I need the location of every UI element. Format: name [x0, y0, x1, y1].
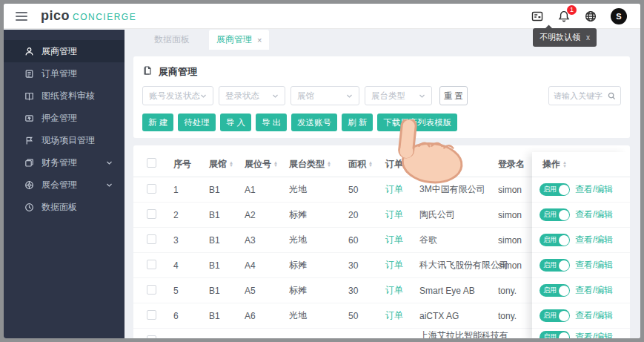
tab-data-dashboard[interactable]: 数据面板 [151, 30, 193, 50]
cell-hall: B1 [209, 235, 245, 246]
sidebar-item-order-mgmt[interactable]: 订单管理 [4, 62, 125, 85]
view-edit-link[interactable]: 查看/编辑 [575, 259, 613, 272]
export-button[interactable]: 导 出 [256, 114, 287, 131]
sidebar-item-data-dashboard[interactable]: 数据面板 [4, 196, 125, 218]
select-placeholder: 展馆 [297, 91, 314, 102]
page-title: 展商管理 [159, 65, 197, 79]
col-header-actions[interactable]: 操作▲▼ [532, 152, 628, 177]
sidebar-item-onsite-project-mgmt[interactable]: 现场项目管理 [4, 129, 125, 151]
row-checkbox[interactable] [147, 234, 156, 244]
sidebar-item-label: 图纸资料审核 [42, 90, 95, 102]
enable-toggle[interactable]: 启用 [540, 284, 570, 297]
pending-button[interactable]: 待处理 [178, 114, 216, 131]
tab-exhibitor-mgmt[interactable]: 展商管理 × [209, 30, 269, 50]
main-area: 数据面板 展商管理 × 展商管理 账号发送状态 [125, 30, 640, 338]
sort-icon[interactable]: ▲▼ [229, 161, 233, 168]
view-edit-link[interactable]: 查看/编辑 [575, 183, 613, 196]
cell-booth: A5 [245, 286, 289, 296]
enable-toggle[interactable]: 启用 [540, 183, 570, 196]
filter-booth-type-select[interactable]: 展台类型 [365, 86, 432, 105]
filter-login-status-select[interactable]: 登录状态 [219, 86, 285, 105]
language-globe-icon[interactable] [584, 10, 597, 23]
filter-hall-select[interactable]: 展馆 [291, 86, 359, 105]
col-header-exhibitor-name[interactable]: 展商名▲▼ [419, 158, 498, 171]
enable-toggle[interactable]: 启用 [540, 309, 570, 322]
view-edit-link[interactable]: 查看/编辑 [575, 309, 613, 322]
enable-toggle[interactable]: 启用 [540, 234, 570, 246]
row-checkbox[interactable] [147, 260, 156, 269]
cell-booth: A1 [245, 185, 289, 195]
import-button[interactable]: 导 入 [220, 114, 251, 131]
cell-booth-type: 标摊 [289, 284, 348, 297]
order-link[interactable]: 订单 [385, 310, 403, 320]
cell-booth-type: 标摊 [289, 259, 348, 272]
toggle-knob [559, 185, 569, 195]
claim-icon[interactable] [531, 10, 544, 23]
cell-exhibitor-name: 谷歌 [419, 234, 498, 246]
view-edit-link[interactable]: 查看/编辑 [575, 331, 613, 338]
sidebar-item-finance-mgmt[interactable]: 财务管理 [4, 151, 125, 174]
order-link[interactable]: 订单 [385, 285, 403, 295]
chevron-down-icon [106, 160, 113, 166]
sort-icon[interactable]: ▲▼ [368, 161, 373, 168]
action-row: 启用 查看/编辑 [532, 278, 628, 303]
sort-icon[interactable]: ▲▼ [405, 161, 410, 168]
cell-no: 6 [173, 311, 209, 321]
notifications-button[interactable]: 1 [557, 10, 571, 23]
tab-close-icon[interactable]: × [257, 36, 262, 45]
sort-icon[interactable]: ▲▼ [273, 161, 278, 168]
select-placeholder: 账号发送状态 [149, 91, 200, 102]
row-checkbox[interactable] [147, 310, 156, 320]
cell-booth: A6 [245, 311, 289, 321]
row-checkbox[interactable] [147, 209, 156, 219]
order-link[interactable]: 订单 [385, 184, 403, 194]
filter-account-send-status-select[interactable]: 账号发送状态 [142, 86, 213, 105]
row-checkbox[interactable] [147, 335, 156, 339]
order-link[interactable]: 订单 [385, 234, 403, 245]
col-header-order[interactable]: 订单▲▼ [385, 158, 419, 171]
cell-hall: B1 [209, 185, 245, 195]
enable-toggle[interactable]: 启用 [540, 331, 570, 338]
new-button[interactable]: 新 建 [142, 114, 173, 131]
reset-button[interactable]: 重 置 [439, 86, 468, 105]
enable-toggle[interactable]: 启用 [540, 208, 570, 221]
order-link[interactable]: 订单 [385, 260, 403, 270]
cell-area: 60 [348, 235, 385, 246]
sidebar-item-drawing-review[interactable]: 图纸资料审核 [4, 85, 125, 107]
col-header-booth-type[interactable]: 展台类型▲▼ [289, 158, 348, 171]
download-template-button[interactable]: 下载展商列表模版 [377, 114, 457, 131]
tooltip-close-icon[interactable]: x [586, 33, 590, 42]
toggle-knob [559, 260, 569, 271]
col-header-hall[interactable]: 展馆▲▼ [209, 158, 245, 171]
col-header-area[interactable]: 面积▲▼ [348, 158, 385, 171]
sidebar-item-deposit-mgmt[interactable]: 押金管理 [4, 107, 125, 129]
view-edit-link[interactable]: 查看/编辑 [575, 208, 613, 221]
sort-icon[interactable]: ▲▼ [327, 161, 331, 168]
sort-icon[interactable]: ▲▼ [448, 161, 453, 168]
cell-exhibitor-name: Smart Eye AB [419, 286, 498, 296]
claim-tooltip: 不明款认领 x [533, 28, 597, 47]
sidebar-item-exhibition-mgmt[interactable]: 展会管理 [4, 174, 125, 196]
order-link[interactable]: 订单 [385, 209, 403, 220]
refresh-button[interactable]: 刷 新 [342, 114, 373, 131]
cell-exhibitor-name: 陶氏公司 [419, 208, 498, 221]
action-row: 启用 查看/编辑 [532, 253, 628, 278]
send-account-button[interactable]: 发送账号 [291, 114, 337, 131]
view-edit-link[interactable]: 查看/编辑 [575, 284, 613, 297]
sort-icon[interactable]: ▲▼ [562, 161, 567, 168]
user-avatar[interactable]: S [611, 8, 627, 24]
cell-area: 50 [348, 185, 385, 195]
col-header-booth[interactable]: 展位号▲▼ [245, 158, 289, 171]
enable-toggle[interactable]: 启用 [540, 259, 570, 272]
toggle-label: 启用 [543, 235, 557, 245]
search-input[interactable] [554, 91, 607, 100]
row-checkbox[interactable] [147, 285, 156, 295]
menu-toggle-button[interactable] [16, 10, 27, 23]
sidebar-item-exhibitor-mgmt[interactable]: 展商管理 [4, 40, 125, 62]
view-edit-link[interactable]: 查看/编辑 [575, 234, 613, 246]
col-header-no[interactable]: 序号 [173, 158, 209, 171]
cell-exhibitor-name: 3M中国有限公司 [419, 183, 498, 196]
select-all-checkbox[interactable] [147, 158, 156, 168]
row-checkbox[interactable] [147, 184, 156, 194]
top-icon-group: 1 S [531, 8, 627, 24]
